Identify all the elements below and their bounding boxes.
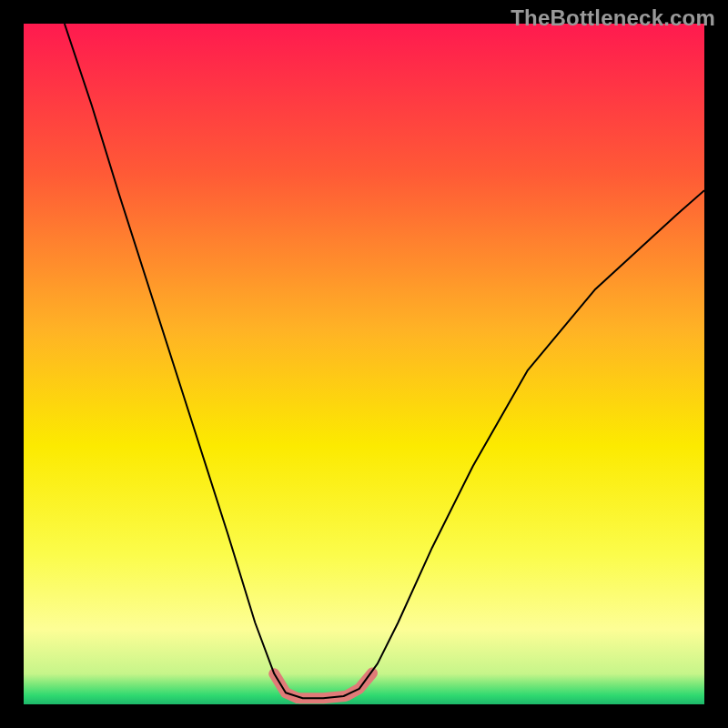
chart-container: TheBottleneck.com <box>0 0 728 728</box>
bottleneck-chart <box>24 24 704 704</box>
gradient-background <box>24 24 704 704</box>
watermark-text: TheBottleneck.com <box>511 5 715 31</box>
